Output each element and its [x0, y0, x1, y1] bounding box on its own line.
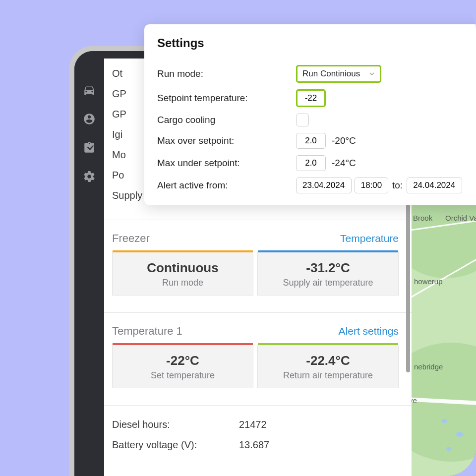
scrollbar[interactable]	[406, 204, 411, 476]
temp1-title: Temperature 1	[112, 325, 182, 338]
battery-voltage-value: 13.687	[239, 439, 269, 451]
run-mode-row: Run mode: Run Continious	[157, 65, 476, 83]
diesel-hours-label: Diesel hours:	[112, 419, 236, 430]
max-over-label: Max over setpoint:	[157, 135, 296, 146]
set-temp-label: Set temperature	[117, 370, 249, 381]
supply-air-label: Supply air temperature	[262, 278, 394, 288]
cargo-cooling-label: Cargo cooling	[157, 115, 296, 125]
temperature-link[interactable]: Temperature	[340, 233, 399, 244]
max-over-input[interactable]	[296, 133, 326, 149]
max-over-result: -20°C	[332, 135, 356, 146]
map-water	[441, 419, 447, 423]
run-mode-label: Run mode	[117, 278, 249, 288]
scrollbar-thumb[interactable]	[406, 204, 410, 372]
map-label: Brook	[413, 214, 432, 222]
card-accent	[258, 250, 398, 252]
chevron-down-icon	[369, 71, 375, 77]
supply-air-card: -31.2°C Supply air temperature	[257, 252, 399, 296]
setpoint-row: Setpoint temperature:	[157, 89, 476, 107]
cargo-cooling-row: Cargo cooling	[157, 114, 476, 126]
user-icon	[83, 113, 96, 125]
max-over-row: Max over setpoint: -20°C	[157, 133, 476, 149]
max-under-label: Max under setpoint:	[157, 158, 296, 169]
map-label: nebridge	[414, 362, 443, 371]
run-mode-select[interactable]: Run Continious	[296, 65, 381, 83]
alert-active-label: Alert active from:	[157, 180, 296, 191]
set-temp-card: -22°C Set temperature	[112, 345, 253, 388]
supply-air-value: -31.2°C	[262, 260, 394, 276]
alert-settings-link[interactable]: Alert settings	[339, 325, 399, 337]
max-under-row: Max under setpoint: -24°C	[157, 155, 476, 171]
return-air-card: -22.4°C Return air temperature	[257, 345, 399, 388]
cargo-cooling-checkbox[interactable]	[296, 114, 309, 126]
setpoint-input[interactable]	[296, 89, 326, 107]
setpoint-label: Setpoint temperature:	[157, 93, 296, 104]
run-mode-label: Run mode:	[157, 68, 296, 79]
max-under-result: -24°C	[332, 158, 356, 169]
run-mode-value: Run Continious	[302, 69, 360, 79]
gear-icon	[83, 170, 96, 183]
map-label: Orchid Va	[445, 214, 476, 222]
alert-active-row: Alert active from: to:	[157, 178, 476, 193]
return-air-value: -22.4°C	[262, 353, 394, 368]
clipboard-icon	[83, 141, 96, 154]
card-accent	[258, 343, 398, 345]
car-icon	[83, 84, 96, 97]
sidebar-item-tasks[interactable]	[74, 133, 104, 162]
alert-to-date-input[interactable]	[407, 178, 462, 193]
map[interactable]: Brook Orchid Va howerup nebridge rve	[412, 204, 476, 476]
sidebar-item-vehicle[interactable]	[74, 76, 104, 105]
settings-title: Settings	[157, 36, 476, 50]
map-water	[456, 432, 463, 437]
set-temp-value: -22°C	[117, 353, 249, 368]
sidebar-item-profile[interactable]	[74, 105, 104, 133]
alert-to-label: to:	[392, 180, 403, 191]
battery-voltage-label: Battery voltage (V):	[112, 439, 236, 451]
alert-from-time-input[interactable]	[355, 178, 388, 193]
sidebar	[74, 51, 104, 476]
map-water	[446, 447, 451, 451]
freezer-title: Freezer	[112, 232, 150, 245]
run-mode-card: Continuous Run mode	[112, 252, 253, 296]
settings-panel: Settings Run mode: Run Continious Setpoi…	[144, 24, 476, 205]
card-accent	[113, 343, 253, 345]
map-label: howerup	[414, 277, 443, 286]
diesel-hours-value: 21472	[239, 419, 267, 430]
sidebar-item-settings[interactable]	[74, 162, 104, 191]
max-under-input[interactable]	[296, 155, 326, 171]
alert-from-date-input[interactable]	[296, 178, 352, 193]
map-label: rve	[412, 396, 417, 405]
return-air-label: Return air temperature	[262, 370, 394, 381]
run-mode-value: Continuous	[117, 260, 249, 276]
card-accent	[113, 250, 253, 252]
